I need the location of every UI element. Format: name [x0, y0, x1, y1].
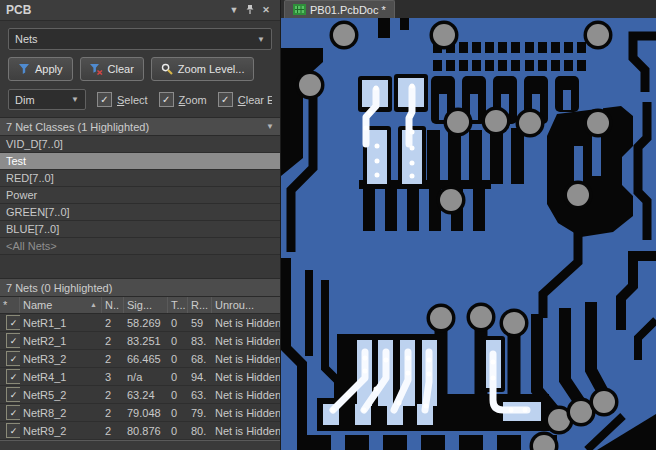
net-classes-header[interactable]: 7 Net Classes (1 Highlighted) ▼ — [0, 117, 280, 136]
chevron-down-icon: ▼ — [71, 95, 79, 104]
net-name: NetR5_2 — [20, 389, 102, 401]
net-name: NetR8_2 — [20, 407, 102, 419]
net-signal: 80.876 — [124, 425, 168, 437]
net-nodes: 2 — [102, 353, 124, 365]
dim-dropdown[interactable]: Dim ▼ — [8, 89, 86, 110]
col-header-name[interactable]: Name ▲ — [20, 297, 102, 313]
net-class-item[interactable]: Power — [0, 187, 280, 204]
net-signal: 58.269 — [124, 317, 168, 329]
net-class-item-all-nets[interactable]: <All Nets> — [0, 238, 280, 255]
nets-header[interactable]: 7 Nets (0 Highlighted) — [0, 278, 280, 297]
net-signal: 66.465 — [124, 353, 168, 365]
table-row[interactable]: ✓ NetR5_2 2 63.24 0 63. Net is Hidden — [0, 386, 280, 404]
zoom-level-button[interactable]: Zoom Level... — [151, 57, 255, 81]
net-unrouted: Net is Hidden — [212, 317, 280, 329]
sort-asc-icon: ▲ — [90, 297, 97, 313]
row-checkbox[interactable]: ✓ — [6, 333, 20, 348]
net-t: 0 — [168, 317, 188, 329]
apply-button[interactable]: Apply — [8, 57, 73, 81]
panel-mode-dropdown[interactable]: Nets ▼ — [8, 28, 272, 50]
table-row[interactable]: ✓ NetR4_1 3 n/a 0 94. Net is Hidden — [0, 368, 280, 386]
row-checkbox[interactable]: ✓ — [6, 387, 20, 402]
net-r: 83. — [188, 335, 212, 347]
panel-mode-value: Nets — [15, 33, 38, 45]
chevron-down-icon: ▼ — [266, 122, 274, 131]
nets-table-header: * Name ▲ N.. Sig... T... R... Unrou... — [0, 297, 280, 314]
row-checkbox[interactable]: ✓ — [6, 351, 20, 366]
net-name: NetR2_1 — [20, 335, 102, 347]
net-unrouted: Net is Hidden — [212, 407, 280, 419]
net-signal: n/a — [124, 371, 168, 383]
apply-button-label: Apply — [35, 63, 63, 75]
panel-title: PCB — [6, 3, 31, 17]
net-class-item[interactable]: GREEN[7..0] — [0, 204, 280, 221]
clear-existing-checkbox-label: Clear Existing — [238, 94, 272, 106]
net-nodes: 2 — [102, 407, 124, 419]
pcbdoc-icon — [293, 4, 306, 15]
pcb-panel: PCB ▼ ✕ Nets ▼ Apply Clear Zoom — [0, 0, 281, 450]
net-class-item[interactable]: BLUE[7..0] — [0, 221, 280, 238]
row-checkbox[interactable]: ✓ — [6, 369, 20, 384]
net-t: 0 — [168, 335, 188, 347]
net-r: 79. — [188, 407, 212, 419]
pcb-canvas[interactable] — [281, 18, 656, 450]
magnifier-icon — [161, 63, 173, 75]
table-row[interactable]: ✓ NetR9_2 2 80.876 0 80. Net is Hidden — [0, 422, 280, 440]
dim-options-row: Dim ▼ ✓ Select ✓ Zoom ✓ Clear Existing — [8, 89, 272, 110]
net-name: NetR1_1 — [20, 317, 102, 329]
row-checkbox[interactable]: ✓ — [6, 405, 20, 420]
net-t: 0 — [168, 425, 188, 437]
col-header-nodes[interactable]: N.. — [102, 297, 124, 313]
table-row[interactable]: ✓ NetR2_1 2 83.251 0 83. Net is Hidden — [0, 332, 280, 350]
net-class-item[interactable]: VID_D[7..0] — [0, 136, 280, 153]
net-unrouted: Net is Hidden — [212, 371, 280, 383]
tab-pcbdoc[interactable]: PB01.PcbDoc * — [284, 0, 395, 18]
zoom-checkbox[interactable]: ✓ — [159, 92, 174, 107]
col-header-unrouted[interactable]: Unrou... — [212, 297, 280, 313]
net-nodes: 2 — [102, 335, 124, 347]
net-name: NetR3_2 — [20, 353, 102, 365]
row-checkbox[interactable]: ✓ — [6, 315, 20, 330]
col-header-r[interactable]: R... — [188, 297, 212, 313]
net-classes-header-label: 7 Net Classes (1 Highlighted) — [6, 121, 149, 133]
zoom-level-button-label: Zoom Level... — [178, 63, 245, 75]
net-unrouted: Net is Hidden — [212, 353, 280, 365]
net-signal: 79.048 — [124, 407, 168, 419]
net-unrouted: Net is Hidden — [212, 425, 280, 437]
net-nodes: 2 — [102, 317, 124, 329]
filter-clear-icon — [90, 63, 103, 75]
document-tabbar: PB01.PcbDoc * — [281, 0, 656, 18]
clear-button[interactable]: Clear — [80, 57, 144, 81]
clear-button-label: Clear — [108, 63, 134, 75]
net-t: 0 — [168, 371, 188, 383]
pcb-editor: PB01.PcbDoc * — [281, 0, 656, 450]
col-header-t[interactable]: T... — [168, 297, 188, 313]
nets-header-label: 7 Nets (0 Highlighted) — [6, 282, 112, 294]
net-r: 63. — [188, 389, 212, 401]
net-r: 59 — [188, 317, 212, 329]
panel-menu-arrow-icon[interactable]: ▼ — [226, 5, 242, 15]
net-t: 0 — [168, 407, 188, 419]
net-name: NetR4_1 — [20, 371, 102, 383]
net-t: 0 — [168, 353, 188, 365]
col-header-check[interactable]: * — [0, 297, 20, 313]
net-class-item-selected[interactable]: Test — [0, 153, 280, 170]
row-checkbox[interactable]: ✓ — [6, 423, 20, 438]
table-row[interactable]: ✓ NetR1_1 2 58.269 0 59 Net is Hidden — [0, 314, 280, 332]
net-t: 0 — [168, 389, 188, 401]
altium-window: PCB ▼ ✕ Nets ▼ Apply Clear Zoom — [0, 0, 656, 450]
net-nodes: 3 — [102, 371, 124, 383]
table-row[interactable]: ✓ NetR3_2 2 66.465 0 68. Net is Hidden — [0, 350, 280, 368]
clear-existing-checkbox[interactable]: ✓ — [218, 92, 233, 107]
net-classes-list: VID_D[7..0] Test RED[7..0] Power GREEN[7… — [0, 136, 280, 255]
select-checkbox[interactable]: ✓ — [97, 92, 112, 107]
col-header-signal[interactable]: Sig... — [124, 297, 168, 313]
net-r: 68. — [188, 353, 212, 365]
net-r: 80. — [188, 425, 212, 437]
panel-pin-icon[interactable] — [242, 4, 258, 17]
net-r: 94. — [188, 371, 212, 383]
net-nodes: 2 — [102, 389, 124, 401]
net-class-item[interactable]: RED[7..0] — [0, 170, 280, 187]
table-row[interactable]: ✓ NetR8_2 2 79.048 0 79. Net is Hidden — [0, 404, 280, 422]
panel-close-icon[interactable]: ✕ — [258, 5, 274, 15]
